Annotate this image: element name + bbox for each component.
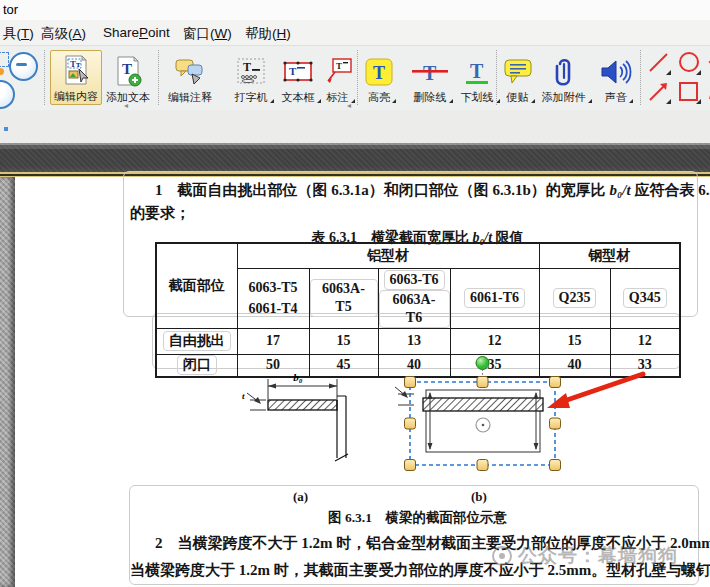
toolbar-separator <box>640 50 641 105</box>
pdf-editor-window: tor 具(T) 高级(A) SharePoint 窗口(W) 帮助(H) Tт <box>0 0 710 587</box>
toolbar-separator <box>158 50 159 105</box>
paperclip-icon <box>537 54 590 90</box>
title-bar: tor <box>0 0 710 20</box>
underline-icon: T <box>459 54 495 90</box>
grade-cell: Q345 <box>610 268 680 328</box>
grade-cell: 6061-T6 <box>450 268 539 328</box>
typewriter-button[interactable]: T 打字机 <box>227 50 275 105</box>
svg-text:T: T <box>122 61 132 77</box>
callout-icon: T <box>320 54 355 90</box>
group-collapse-mark[interactable]: ◂ <box>347 101 351 110</box>
table-group-aluminium: 铝型材 <box>237 243 539 268</box>
callout-button[interactable]: T 标注 <box>320 50 355 105</box>
paragraph-1: 1 截面自由挑出部位（图 6.3.1a）和闭口部位（图 6.3.1b）的宽厚比 … <box>130 179 710 224</box>
strikeout-button[interactable]: T 删除线 <box>401 50 459 105</box>
speaker-icon <box>597 54 635 90</box>
toolbar: Tт 编辑内容 T 添加文本 <box>0 45 710 111</box>
page-left-margin-shade <box>0 177 15 587</box>
grade-cell: 6063-T66063A-T6 <box>378 268 450 328</box>
document-top-shade <box>0 143 710 172</box>
typewriter-icon: T <box>227 54 275 90</box>
svg-text:T: T <box>336 61 342 71</box>
menu-tools[interactable]: 具(T) <box>0 23 37 45</box>
figure-a-label: (a) <box>293 489 308 505</box>
toolbar-dock-strip <box>0 110 710 143</box>
selection-rect-icon[interactable] <box>0 52 9 67</box>
textbox-button[interactable]: T 文本框 <box>277 50 319 105</box>
svg-text:T: T <box>289 65 297 77</box>
toolbar-separator <box>496 50 497 105</box>
underline-button[interactable]: T 下划线 <box>459 50 495 105</box>
sound-button[interactable]: 声音 <box>597 50 635 105</box>
table-corner-cell: 截面部位 <box>156 243 237 328</box>
drawing-tools-group <box>644 50 710 106</box>
strikeout-icon: T <box>401 54 459 90</box>
figure-b-selection[interactable] <box>405 357 561 471</box>
window-title: tor <box>3 2 18 17</box>
watermark: 公众号：幕墙狗狗 <box>492 543 678 569</box>
menu-window[interactable]: 窗口(W) <box>180 23 235 45</box>
cloud-tool-button-partial[interactable] <box>706 79 710 105</box>
edit-comment-button[interactable]: 编辑注释 <box>163 50 217 105</box>
dock-tick <box>4 127 8 131</box>
figure-a-section: b₀ t <box>242 371 348 461</box>
zoom-button-partial[interactable] <box>0 80 15 109</box>
menu-bar: 具(T) 高级(A) SharePoint 窗口(W) 帮助(H) <box>0 20 710 45</box>
watermark-logo-icon <box>492 546 512 566</box>
rotate-handle[interactable] <box>476 357 489 370</box>
grade-cell: 6063A-T5 <box>309 268 378 328</box>
sticky-note-icon <box>500 54 535 90</box>
dim-t-label-a: t <box>242 391 245 401</box>
zoom-out-button[interactable] <box>9 52 38 81</box>
table-group-steel: 钢型材 <box>539 243 680 268</box>
add-text-icon: T <box>103 54 153 90</box>
math-b0t: b₀/t <box>610 182 631 198</box>
svg-text:T: T <box>423 62 437 84</box>
dim-b0-label-a: b₀ <box>293 371 303 383</box>
figure-b-label: (b) <box>471 489 487 505</box>
svg-text:T: T <box>373 63 385 83</box>
group-collapse-mark[interactable]: ◂ <box>124 101 128 110</box>
line-tool-button[interactable] <box>646 50 672 76</box>
minus-icon <box>16 63 27 66</box>
circle-tool-button[interactable] <box>676 50 702 76</box>
polygon-tool-button-partial[interactable] <box>706 50 710 76</box>
rectangle-tool-button[interactable] <box>676 79 702 105</box>
toolbar-separator <box>44 50 45 105</box>
svg-text:T: T <box>470 60 484 82</box>
arrow-tool-button[interactable] <box>646 79 672 105</box>
attachment-button[interactable]: 添加附件 <box>537 50 590 105</box>
edit-content-icon: Tт <box>51 53 101 89</box>
add-text-button[interactable]: T 添加文本 <box>103 50 153 105</box>
edit-content-button[interactable]: Tт 编辑内容 <box>50 50 102 105</box>
menu-sharepoint[interactable]: SharePoint <box>100 23 173 42</box>
grade-cell: 6063-T56061-T4 <box>237 268 309 328</box>
toolbar-separator <box>357 50 358 105</box>
document-page: 1 截面自由挑出部位（图 6.3.1a）和闭口部位（图 6.3.1b）的宽厚比 … <box>0 177 710 587</box>
partial-dot-icon <box>0 68 4 75</box>
sticky-note-button[interactable]: 便贴 <box>500 50 535 105</box>
grade-cell: Q235 <box>539 268 610 328</box>
svg-text:T: T <box>243 60 251 74</box>
red-arrow-annotation[interactable] <box>547 374 643 408</box>
figure-6-3-1-drawings: b₀ t b₀ <box>230 355 660 485</box>
figure-caption: 图 6.3.1 横梁的截面部位示意 <box>155 509 680 527</box>
table-row: 自由挑出 17 15 13 12 15 12 <box>156 328 680 354</box>
svg-text:Tт: Tт <box>70 59 81 69</box>
figure-b-section[interactable]: b₀ <box>395 374 543 452</box>
textbox-icon: T <box>277 54 319 90</box>
menu-help[interactable]: 帮助(H) <box>242 23 294 45</box>
highlight-icon: T <box>361 54 397 90</box>
highlight-button[interactable]: T 高亮 <box>361 50 397 105</box>
menu-advanced[interactable]: 高级(A) <box>38 23 89 45</box>
edit-comment-icon <box>163 54 217 90</box>
